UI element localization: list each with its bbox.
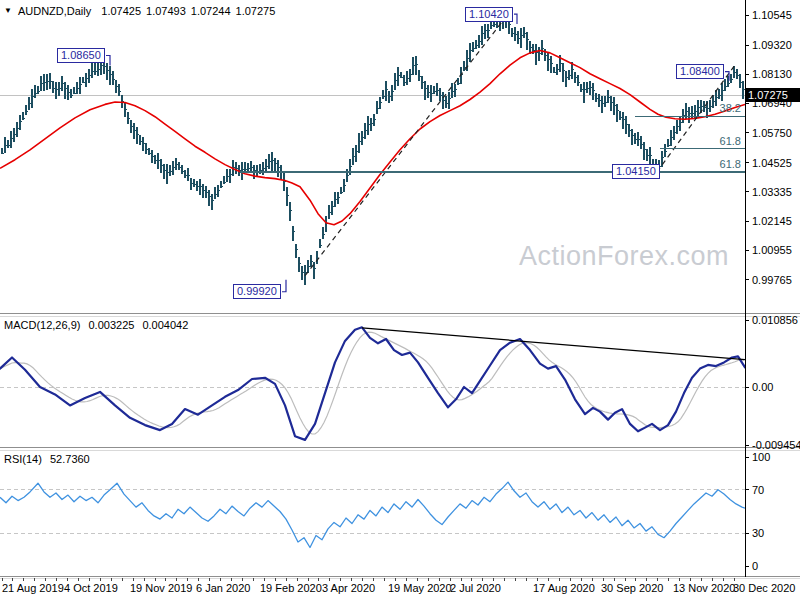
date-label: 19 Feb 2020 — [260, 582, 322, 594]
rsi-axis-label: 30 — [752, 527, 764, 539]
date-label: 19 Nov 2019 — [130, 582, 192, 594]
rsi-line[interactable] — [0, 482, 745, 547]
moving-average-line[interactable] — [0, 51, 745, 225]
price-axis-label: 1.10545 — [752, 9, 792, 21]
rsi-axis-label: 100 — [752, 451, 770, 463]
price-axis-label: 1.09320 — [752, 39, 792, 51]
ohlc-close: 1.07275 — [236, 5, 276, 17]
price-tag-connector — [282, 280, 286, 292]
macd-axis-label: 0.00 — [752, 381, 773, 393]
ohlc-high: 1.07493 — [146, 5, 186, 17]
price-tag[interactable]: 1.08400 — [676, 64, 724, 79]
fib-level-label: 38.2 — [720, 102, 741, 114]
price-tag[interactable]: 1.04150 — [612, 164, 660, 179]
price-axis-label: 1.05750 — [752, 127, 792, 139]
price-axis-label: 1.04525 — [752, 157, 792, 169]
date-label: 30 Dec 2020 — [733, 582, 795, 594]
macd-label: MACD(12,26,9) — [4, 319, 80, 331]
price-axis-label: 0.99765 — [752, 274, 792, 286]
macd-value-signal: 0.004042 — [142, 319, 188, 331]
price-tag[interactable]: 0.99920 — [233, 284, 281, 299]
rsi-axis-label: 0 — [752, 560, 758, 572]
price-tag[interactable]: 1.10420 — [465, 7, 513, 22]
trendline-dashed-0[interactable] — [305, 18, 505, 276]
dropdown-icon[interactable]: ▼ — [4, 4, 12, 17]
date-label: 13 Nov 2020 — [673, 582, 735, 594]
date-label: 30 Sep 2020 — [601, 582, 663, 594]
date-label: 19 May 2020 — [388, 582, 452, 594]
rsi-label: RSI(14) — [4, 453, 42, 465]
rsi-header: RSI(14) 52.7360 — [4, 453, 95, 465]
macd-value-main: 0.003225 — [88, 319, 134, 331]
watermark: ActionForex.com — [519, 241, 729, 272]
price-tag[interactable]: 1.08650 — [57, 48, 105, 63]
macd-axis-label: 0.010856 — [752, 314, 798, 326]
ohlc-close-ticks — [2, 18, 745, 273]
chart-surface[interactable]: 38.261.861.81.105451.093201.081301.06940… — [0, 0, 800, 600]
date-label: 6 Jan 2020 — [196, 582, 250, 594]
symbol-timeframe: AUDNZD,Daily — [18, 5, 91, 17]
macd-axis-label: -0.009454 — [752, 439, 800, 451]
macd-signal-line — [0, 332, 744, 434]
price-axis-label: 1.00955 — [752, 244, 792, 256]
macd-line[interactable] — [0, 327, 745, 440]
price-axis-label: 1.02145 — [752, 215, 792, 227]
current-price-tag: 1.07275 — [746, 88, 800, 102]
date-label: 2 Jul 2020 — [450, 582, 501, 594]
trendline-dashed-1[interactable] — [657, 66, 734, 172]
macd-header: MACD(12,26,9) 0.003225 0.004042 — [4, 319, 193, 331]
date-label: 21 Aug 2019 — [2, 582, 64, 594]
ohlc-open: 1.07425 — [101, 5, 141, 17]
date-label: 3 Apr 2020 — [322, 582, 375, 594]
fib-level-label: 61.8 — [720, 135, 741, 147]
ohlc-low: 1.07244 — [191, 5, 231, 17]
rsi-value: 52.7360 — [50, 453, 90, 465]
macd-trendline[interactable] — [362, 328, 748, 360]
chart-window: 38.261.861.81.105451.093201.081301.06940… — [0, 0, 800, 600]
price-axis-label: 1.08130 — [752, 68, 792, 80]
chart-header: ▼ AUDNZD,Daily 1.07425 1.07493 1.07244 1… — [4, 4, 280, 17]
price-tag-connector — [514, 14, 517, 24]
fib-level-label: 61.8 — [720, 158, 741, 170]
date-label: 4 Oct 2019 — [64, 582, 118, 594]
rsi-axis-label: 70 — [752, 484, 764, 496]
date-label: 17 Aug 2020 — [533, 582, 595, 594]
price-axis-label: 1.03335 — [752, 186, 792, 198]
